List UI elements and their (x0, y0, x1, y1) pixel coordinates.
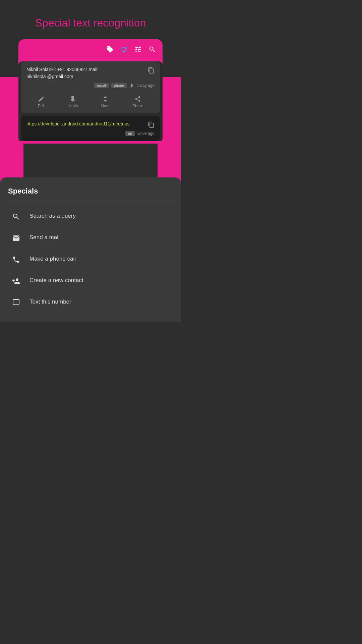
share-icon (134, 95, 141, 102)
unpin-icon (69, 95, 76, 102)
unpin-button[interactable]: Unpin (67, 95, 78, 108)
specials-sheet: Specials Search as a query Send a mail M… (0, 177, 181, 322)
card-content: Nikhil Solanki: +91 92086927 mail: nikhi… (18, 61, 163, 141)
clip-text-line2: nikhilsola @gmail.com (26, 74, 73, 79)
refresh-icon[interactable] (120, 45, 128, 53)
clip-time: 1 day ago (137, 83, 155, 88)
clip-item-url: https://developer.android.com/android11/… (21, 116, 160, 141)
specials-title: Specials (8, 187, 173, 196)
add-contact-special-label: Create a new contact (29, 277, 83, 284)
special-message[interactable]: Text this number (8, 291, 173, 313)
share-label: Share (132, 104, 143, 108)
url-copy-button[interactable] (144, 120, 155, 128)
search-icon[interactable] (148, 45, 156, 53)
phone-special-label: Make a phone call (29, 256, 76, 262)
more-icon (102, 95, 109, 102)
clip-text-mail-prefix: mail: (89, 67, 99, 72)
message-special-icon (11, 297, 21, 307)
add-contact-special-icon (11, 276, 21, 285)
specials-divider (8, 202, 173, 202)
edit-button[interactable]: Edit (38, 95, 45, 108)
edit-icon (38, 95, 45, 102)
phone-special-icon (11, 254, 21, 264)
special-add-contact[interactable]: Create a new contact (8, 270, 173, 291)
more-button[interactable]: More (101, 95, 110, 108)
clip-copy-button[interactable] (144, 66, 155, 74)
url-tag: url (125, 131, 135, 136)
unpin-label: Unpin (67, 104, 78, 108)
main-card: Nikhil Solanki: +91 92086927 mail: nikhi… (18, 39, 163, 144)
card-toolbar (18, 39, 163, 59)
clip-meta: email phone 1 day ago (26, 80, 155, 91)
email-tag: email (94, 83, 108, 88)
special-mail[interactable]: Send a mail (8, 227, 173, 248)
clip-url-text: https://developer.android.com/android11/… (26, 120, 144, 127)
message-special-label: Text this number (29, 299, 71, 305)
url-time: while ago (137, 131, 155, 136)
url-meta: url while ago (26, 128, 155, 136)
pin-icon (129, 83, 134, 88)
special-phone[interactable]: Make a phone call (8, 248, 173, 270)
clip-contact-text: Nikhil Solanki: +91 92086927 mail: nikhi… (26, 66, 144, 80)
action-row: Edit Unpin More (26, 91, 155, 113)
special-search[interactable]: Search as a query (8, 205, 173, 227)
clip-item-contact: Nikhil Solanki: +91 92086927 mail: nikhi… (21, 61, 160, 113)
clip-url-header: https://developer.android.com/android11/… (26, 120, 155, 128)
page-title: Special text recognition (0, 0, 181, 39)
search-special-label: Search as a query (29, 213, 76, 219)
tag-icon[interactable] (106, 45, 114, 53)
edit-label: Edit (38, 104, 45, 108)
filter-icon[interactable] (134, 45, 142, 53)
more-label: More (101, 104, 110, 108)
mail-special-label: Send a mail (29, 234, 60, 241)
clip-text-line1: Nikhil Solanki: +91 92086927 (26, 67, 87, 72)
clip-item-header: Nikhil Solanki: +91 92086927 mail: nikhi… (26, 66, 155, 80)
mail-special-icon (11, 233, 21, 242)
phone-tag: phone (111, 83, 127, 88)
share-button[interactable]: Share (132, 95, 143, 108)
search-special-icon (11, 211, 21, 221)
